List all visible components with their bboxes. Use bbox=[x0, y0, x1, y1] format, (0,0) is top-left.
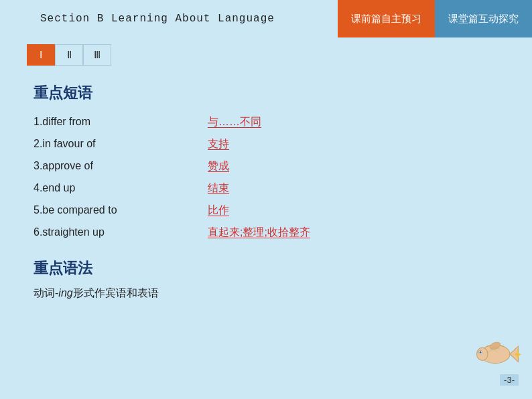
phrase-english-5: 5.be compared to bbox=[34, 204, 168, 216]
fish-decoration: -3- bbox=[472, 335, 519, 386]
phrase-english-1: 1.differ from bbox=[34, 116, 168, 128]
phrase-english-4: 4.end up bbox=[34, 182, 168, 194]
phrase-chinese-4: 结束 bbox=[208, 181, 229, 195]
list-item: 3.approve of 赞成 bbox=[34, 159, 498, 173]
grammar-suffix: 形式作宾语和表语 bbox=[73, 287, 159, 299]
grammar-prefix: 动词- bbox=[34, 287, 58, 299]
grammar-italic: ing bbox=[58, 287, 72, 299]
phrase-chinese-2: 支持 bbox=[208, 137, 229, 151]
header-title: Section B Learning About Language bbox=[0, 0, 338, 37]
phrase-chinese-5: 比作 bbox=[208, 204, 229, 218]
subtab-3[interactable]: Ⅲ bbox=[83, 44, 111, 66]
page-number: -3- bbox=[500, 374, 519, 386]
svg-point-2 bbox=[477, 347, 488, 360]
phrases-title: 重点短语 bbox=[34, 83, 498, 103]
phrase-english-3: 3.approve of bbox=[34, 160, 168, 172]
phrase-chinese-3: 赞成 bbox=[208, 159, 229, 173]
star-icon: ✦ bbox=[513, 347, 523, 362]
subtab-1[interactable]: Ⅰ bbox=[27, 44, 55, 66]
list-item: 1.differ from 与……不同 bbox=[34, 115, 498, 129]
phrase-chinese-1: 与……不同 bbox=[208, 115, 261, 129]
phrase-english-6: 6.straighten up bbox=[34, 226, 168, 238]
phrase-list: 1.differ from 与……不同 2.in favour of 支持 3.… bbox=[34, 115, 498, 240]
list-item: 5.be compared to 比作 bbox=[34, 204, 498, 218]
header-tabs: 课前篇自主预习 课堂篇互动探究 bbox=[338, 0, 532, 37]
list-item: 6.straighten up 直起来;整理;收拾整齐 bbox=[34, 226, 498, 240]
grammar-title: 重点语法 bbox=[34, 258, 498, 278]
subtabs-row: Ⅰ Ⅱ Ⅲ bbox=[0, 37, 532, 72]
grammar-text: 动词-ing形式作宾语和表语 bbox=[34, 287, 498, 301]
svg-point-4 bbox=[480, 351, 482, 353]
tab-preview[interactable]: 课前篇自主预习 bbox=[338, 0, 435, 37]
subtab-2[interactable]: Ⅱ bbox=[55, 44, 83, 66]
header: Section B Learning About Language 课前篇自主预… bbox=[0, 0, 532, 37]
fish-icon bbox=[472, 335, 519, 372]
phrase-english-2: 2.in favour of bbox=[34, 138, 168, 150]
tab-explore[interactable]: 课堂篇互动探究 bbox=[435, 0, 532, 37]
main-content: 重点短语 1.differ from 与……不同 2.in favour of … bbox=[0, 72, 532, 307]
list-item: 2.in favour of 支持 bbox=[34, 137, 498, 151]
list-item: 4.end up 结束 bbox=[34, 181, 498, 195]
phrase-chinese-6: 直起来;整理;收拾整齐 bbox=[208, 226, 310, 240]
